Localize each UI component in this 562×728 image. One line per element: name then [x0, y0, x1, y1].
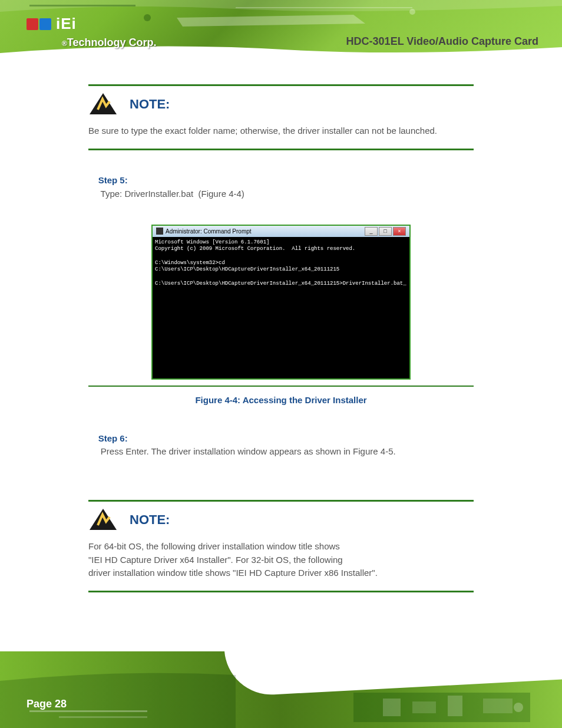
logo-square-red [27, 18, 38, 30]
product-header: HDC-301EL Video/Audio Capture Card [346, 35, 538, 48]
note-text-2: For 64-bit OS, the following driver inst… [88, 540, 474, 580]
cmd-window-controls: _ □ × [365, 227, 406, 236]
note-icon [88, 508, 118, 531]
maximize-button[interactable]: □ [379, 227, 392, 236]
svg-rect-12 [29, 710, 147, 712]
svg-rect-13 [59, 716, 147, 718]
svg-rect-8 [412, 701, 436, 713]
step-label: Step 5: [98, 175, 128, 185]
page-content: NOTE: Be sure to type the exact folder n… [0, 67, 562, 610]
note-label: NOTE: [130, 94, 170, 114]
command-prompt-screenshot: Administrator: Command Prompt _ □ × Micr… [151, 225, 411, 380]
note-block-1: NOTE: [88, 92, 474, 116]
svg-rect-0 [29, 5, 135, 6]
divider [88, 500, 474, 502]
svg-rect-10 [483, 699, 513, 713]
logo-text: iEi [56, 15, 77, 33]
note-icon [88, 92, 118, 116]
page-number: Page 28 [27, 698, 67, 710]
note-text-1: Be sure to type the exact folder name; o… [88, 124, 474, 138]
brand-logo: iEi [27, 15, 77, 33]
svg-rect-9 [448, 696, 462, 716]
cmd-window-title: Administrator: Command Prompt [166, 227, 252, 236]
divider [88, 591, 474, 592]
cmd-titlebar: Administrator: Command Prompt _ □ × [153, 226, 409, 237]
step-label: Step 6: [98, 433, 128, 443]
step-5: Step 5: Type: DriverInstaller.bat (Figur… [88, 161, 474, 214]
footer-graphic [0, 651, 562, 728]
divider [88, 149, 474, 150]
note-block-2: NOTE: [88, 508, 474, 531]
step-6: Step 6: Press Enter. The driver installa… [88, 419, 474, 472]
brand-subtitle: ®Technology Corp. [62, 37, 157, 49]
cmd-output: Microsoft Windows [Version 6.1.7601] Cop… [153, 237, 409, 378]
header-graphic: iEi ®Technology Corp. HDC-301EL Video/Au… [0, 0, 562, 67]
cmd-icon [156, 228, 163, 235]
svg-rect-7 [383, 699, 401, 716]
svg-point-11 [514, 703, 523, 712]
logo-square-blue [39, 18, 51, 30]
figure-caption-4-4: Figure 4-4: Accessing the Driver Install… [88, 394, 474, 407]
svg-marker-4 [90, 93, 117, 114]
divider [88, 386, 474, 387]
close-button[interactable]: × [393, 227, 406, 236]
minimize-button[interactable]: _ [365, 227, 378, 236]
svg-point-2 [144, 14, 151, 21]
svg-rect-1 [236, 7, 412, 8]
note-label: NOTE: [130, 510, 170, 529]
divider [88, 84, 474, 86]
svg-marker-5 [90, 509, 117, 530]
svg-point-3 [409, 9, 415, 15]
